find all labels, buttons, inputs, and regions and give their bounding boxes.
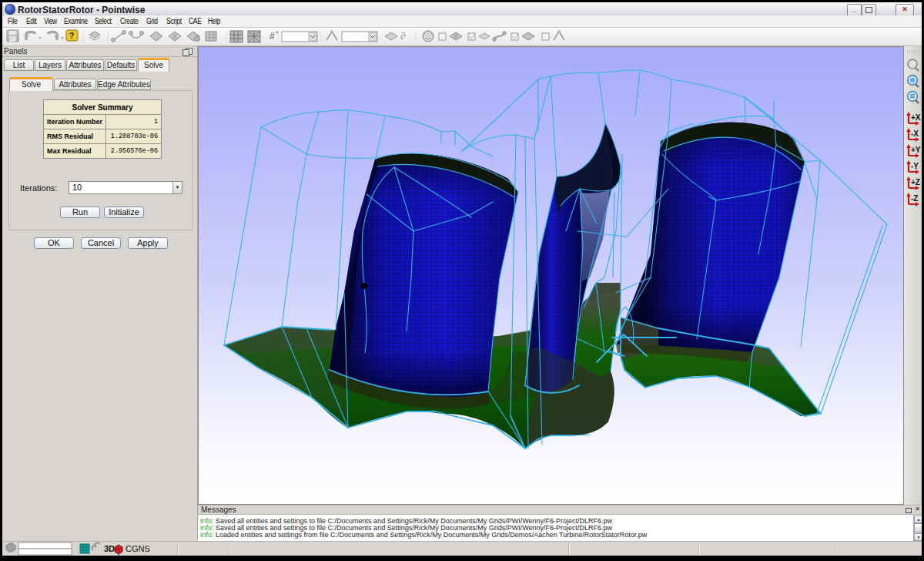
svg-text:-X: -X	[911, 129, 919, 138]
svg-text:-Y: -Y	[911, 162, 919, 170]
svg-text:CGNS: CGNS	[126, 544, 150, 553]
svg-text:-Z: -Z	[911, 194, 918, 203]
svg-text:+Y: +Y	[911, 146, 921, 154]
svg-text:#: #	[270, 31, 275, 42]
svg-text:?: ?	[69, 31, 75, 40]
svg-text:3D: 3D	[104, 544, 115, 553]
svg-text:+Z: +Z	[911, 178, 920, 186]
svg-text:∂: ∂	[400, 30, 405, 42]
svg-text:+X: +X	[911, 113, 921, 122]
